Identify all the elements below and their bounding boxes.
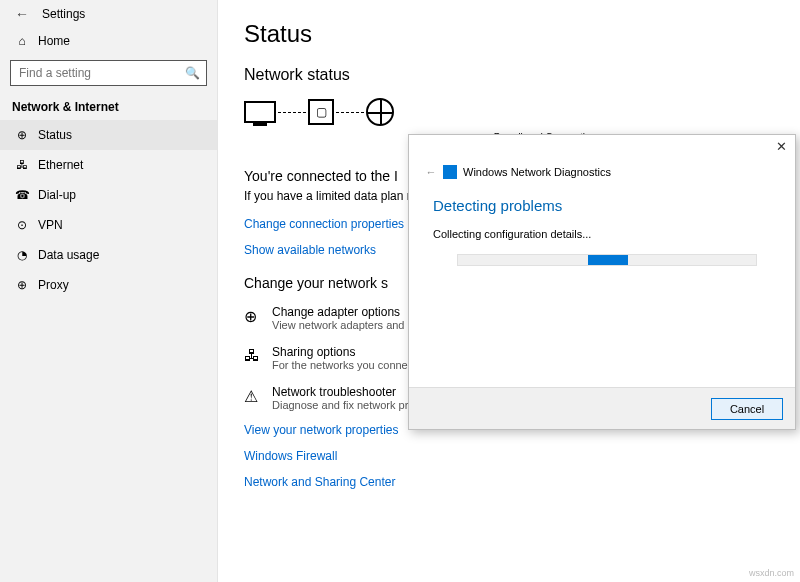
datausage-icon: ◔ (12, 248, 32, 262)
troubleshooter-icon: ⚠ (244, 385, 272, 411)
settings-window: ← Settings ⌂ Home 🔍 Network & Internet ⊕… (0, 0, 800, 582)
sidebar-item-datausage[interactable]: ◔ Data usage (0, 240, 217, 270)
search-input[interactable] (17, 65, 185, 81)
sidebar-item-ethernet[interactable]: 🖧 Ethernet (0, 150, 217, 180)
link-network-sharing-center[interactable]: Network and Sharing Center (244, 475, 774, 489)
dialog-window-title: Windows Network Diagnostics (463, 166, 611, 178)
dialog-back-icon[interactable]: ← (423, 166, 439, 178)
sidebar-item-label: Data usage (32, 248, 99, 262)
option-subtitle: For the networks you conne (272, 359, 408, 371)
option-subtitle: View network adapters and (272, 319, 405, 331)
cancel-button[interactable]: Cancel (711, 398, 783, 420)
sidebar-item-dialup[interactable]: ☎ Dial-up (0, 180, 217, 210)
sidebar-item-label: Status (32, 128, 72, 142)
search-icon: 🔍 (185, 66, 200, 80)
sharing-icon: 🖧 (244, 345, 272, 371)
page-title: Status (244, 20, 774, 48)
progress-bar (457, 254, 757, 266)
sidebar-section-heading: Network & Internet (0, 94, 217, 120)
home-icon: ⌂ (12, 34, 32, 48)
app-title: Settings (34, 7, 85, 21)
dialog-message: Collecting configuration details... (433, 228, 771, 240)
sidebar-home[interactable]: ⌂ Home (0, 26, 217, 54)
option-title: Change adapter options (272, 305, 405, 319)
adapter-icon: ⊕ (244, 305, 272, 331)
diagram-line (278, 112, 306, 113)
router-icon: ▢ (308, 99, 334, 125)
link-windows-firewall[interactable]: Windows Firewall (244, 449, 774, 463)
dialog-heading: Detecting problems (433, 197, 771, 214)
pc-icon (244, 101, 276, 123)
option-title: Sharing options (272, 345, 408, 359)
network-diagram: ▢ (244, 98, 774, 126)
sidebar-item-label: Proxy (32, 278, 69, 292)
proxy-icon: ⊕ (12, 278, 32, 292)
diagnostics-dialog: ✕ ← Windows Network Diagnostics Detectin… (408, 134, 796, 430)
sidebar-item-label: Dial-up (32, 188, 76, 202)
back-button[interactable]: ← (10, 6, 34, 22)
watermark: wsxdn.com (749, 568, 794, 578)
vpn-icon: ⊙ (12, 218, 32, 232)
progress-chunk (588, 255, 628, 265)
home-label: Home (32, 34, 70, 48)
sidebar-item-label: VPN (32, 218, 63, 232)
ethernet-icon: 🖧 (12, 158, 32, 172)
close-button[interactable]: ✕ (776, 139, 787, 154)
search-box[interactable]: 🔍 (10, 60, 207, 86)
sidebar-item-label: Ethernet (32, 158, 83, 172)
sidebar-item-vpn[interactable]: ⊙ VPN (0, 210, 217, 240)
sidebar-item-proxy[interactable]: ⊕ Proxy (0, 270, 217, 300)
globe-icon (366, 98, 394, 126)
sidebar-item-status[interactable]: ⊕ Status (0, 120, 217, 150)
sidebar: ← Settings ⌂ Home 🔍 Network & Internet ⊕… (0, 0, 218, 582)
dialup-icon: ☎ (12, 188, 32, 202)
diagram-line (336, 112, 364, 113)
diagnostics-icon (443, 165, 457, 179)
section-network-status: Network status (244, 66, 774, 84)
status-icon: ⊕ (12, 128, 32, 142)
